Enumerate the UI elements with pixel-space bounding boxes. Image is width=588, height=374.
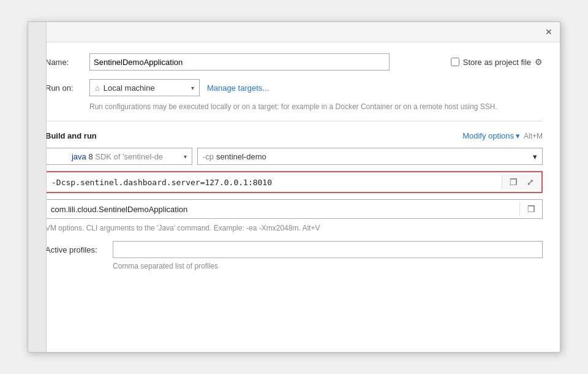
cp-prefix: -cp: [203, 152, 214, 161]
name-label: Name:: [45, 58, 89, 67]
sdk-detail: SDK of 'sentinel-de: [95, 152, 163, 161]
cp-value: sentinel-demo: [216, 152, 266, 161]
store-as-project-file-label: Store as project file: [463, 58, 531, 67]
vm-options-expand-button[interactable]: ⤢: [523, 175, 538, 189]
name-row: Name: Store as project file ⚙: [45, 53, 543, 71]
left-sidebar: [28, 22, 47, 352]
sdk-chevron-icon: ▾: [184, 153, 187, 160]
vm-options-field: ❐ ⤢: [45, 171, 543, 193]
main-class-input[interactable]: [46, 200, 519, 218]
title-bar: ✕: [28, 22, 560, 42]
run-on-hint: Run configurations may be executed local…: [89, 101, 543, 112]
local-machine-text: Local machine: [104, 83, 155, 93]
modify-options-chevron-icon: ▾: [516, 131, 520, 140]
modify-options-shortcut: Alt+M: [524, 132, 543, 140]
sdk-java-keyword: java: [72, 152, 86, 161]
build-run-title: Build and run: [45, 131, 97, 140]
dialog-body: Name: Store as project file ⚙ Run on: ⌂ …: [28, 42, 560, 352]
profiles-label: Active profiles:: [45, 245, 113, 254]
sdk-cp-row: java 8 SDK of 'sentinel-de ▾ -cp sentine…: [45, 148, 543, 165]
modify-options-button[interactable]: Modify options ▾: [462, 131, 520, 140]
cp-dropdown[interactable]: -cp sentinel-demo ▾: [197, 148, 543, 165]
sdk-text: java 8 SDK of 'sentinel-de: [51, 152, 184, 161]
main-class-actions: ❐: [519, 202, 542, 216]
sdk-dropdown[interactable]: java 8 SDK of 'sentinel-de ▾: [45, 148, 192, 165]
main-class-field: ❐: [45, 199, 543, 219]
vm-options-input[interactable]: [47, 172, 502, 192]
vm-options-hint: VM options. CLI arguments to the 'Java' …: [45, 224, 543, 232]
vm-options-copy-button[interactable]: ❐: [506, 175, 521, 189]
build-run-header: Build and run Modify options ▾ Alt+M: [45, 131, 543, 140]
close-button[interactable]: ✕: [543, 26, 555, 38]
expand-icon: ⤢: [527, 177, 534, 187]
profiles-input[interactable]: [113, 241, 543, 258]
vm-options-actions: ❐ ⤢: [502, 175, 541, 189]
name-input[interactable]: [89, 53, 390, 71]
run-on-label: Run on:: [45, 83, 89, 93]
cp-chevron-icon: ▾: [533, 152, 537, 161]
sdk-version: 8: [88, 152, 95, 161]
run-on-row: Run on: ⌂ Local machine ▾ Manage targets…: [45, 79, 543, 96]
run-on-dropdown[interactable]: ⌂ Local machine ▾: [89, 79, 200, 96]
file-icon: ❐: [527, 204, 535, 214]
gear-icon[interactable]: ⚙: [535, 57, 543, 67]
profiles-row: Active profiles:: [45, 241, 543, 258]
store-section: Store as project file ⚙: [451, 57, 543, 67]
run-on-chevron-icon: ▾: [191, 85, 194, 91]
store-as-project-file-checkbox[interactable]: [451, 58, 459, 66]
modify-options-label: Modify options: [462, 131, 514, 140]
divider: [45, 121, 543, 121]
manage-targets-link[interactable]: Manage targets...: [207, 83, 269, 93]
home-icon: ⌂: [95, 83, 100, 93]
profiles-hint: Comma separated list of profiles: [113, 262, 543, 270]
main-class-file-button[interactable]: ❐: [524, 202, 538, 216]
copy-icon: ❐: [510, 177, 518, 187]
run-debug-dialog: ✕ Name: Store as project file ⚙ Run on: …: [28, 21, 560, 353]
close-icon: ✕: [545, 27, 552, 37]
